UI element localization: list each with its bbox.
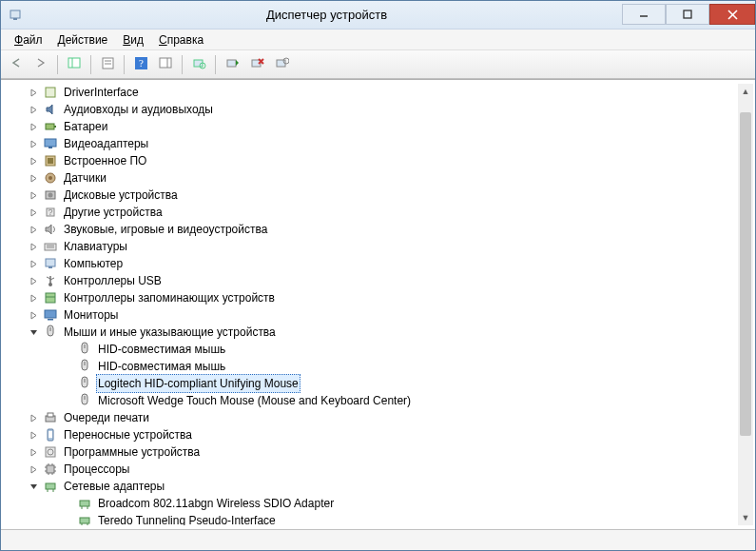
minimize-button[interactable] [622,4,666,25]
sensor-icon [43,170,58,186]
collapse-toggle-icon[interactable] [28,326,39,338]
tree-item[interactable]: Переносные устройства [5,426,738,443]
tree-item[interactable]: Мыши и иные указывающие устройства [5,324,738,341]
mouse-icon [43,325,58,340]
action-pane-button[interactable] [154,53,177,76]
driver-icon [43,85,58,100]
scan-hardware-button[interactable] [187,53,210,76]
expand-toggle-icon[interactable] [28,172,39,184]
tree-item[interactable]: Broadcom 802.11abgn Wireless SDIO Adapte… [5,495,738,512]
expand-toggle-icon[interactable] [28,104,39,115]
expand-toggle-icon[interactable] [28,412,39,423]
nav-back-button[interactable] [5,53,28,76]
tree-item[interactable]: Аудиовходы и аудиовыходы [5,101,738,118]
svg-rect-39 [46,259,55,266]
tree-item[interactable]: Видеоадаптеры [5,135,738,152]
vertical-scrollbar[interactable]: ▲ ▼ [738,84,753,525]
tree-item-label: Компьютер [62,255,125,272]
device-manager-window: Диспетчер устройств Файл Действие Вид Сп… [0,0,756,551]
help-button[interactable]: ? [129,53,152,76]
tree-item[interactable]: Logitech HID-compliant Unifying Mouse [5,375,738,392]
tree-item[interactable]: Teredo Tunneling Pseudo-Interface [5,512,738,525]
tree-item[interactable]: ?Другие устройства [5,204,738,221]
update-driver-button[interactable] [221,53,243,76]
tree-item[interactable]: Очереди печати [5,409,738,426]
expand-toggle-icon[interactable] [28,138,39,149]
tree-item[interactable]: Встроенное ПО [5,152,738,169]
tree-item[interactable]: Датчики [5,169,738,187]
uninstall-button[interactable] [245,53,268,76]
toolbar-separator [182,55,183,74]
svg-rect-3 [684,10,691,18]
usb-icon [43,273,58,288]
tree-item-label: Контроллеры запоминающих устройств [62,289,277,306]
expand-toggle-icon[interactable] [28,224,39,235]
network-icon [77,513,92,525]
expand-toggle-icon[interactable] [28,309,39,321]
close-button[interactable] [709,4,755,25]
cpu-icon [43,462,58,477]
svg-rect-13 [160,58,171,68]
network-icon [43,479,58,494]
expand-toggle-icon[interactable] [28,155,39,167]
expand-toggle-icon[interactable] [28,446,39,458]
maximize-button[interactable] [666,4,709,25]
monitor-icon [43,307,58,323]
toolbar-separator [90,55,91,74]
menu-help[interactable]: Справка [151,31,211,49]
tree-item[interactable]: Программные устройства [5,443,738,461]
menu-action[interactable]: Действие [50,31,116,49]
svg-rect-25 [54,126,56,128]
tree-item[interactable]: Дисковые устройства [5,187,738,204]
tree-item[interactable]: Процессоры [5,461,738,478]
titlebar: Диспетчер устройств [1,1,755,30]
scroll-up-arrow-icon[interactable]: ▲ [738,84,753,99]
expand-toggle-icon[interactable] [28,429,39,441]
show-hide-tree-button[interactable] [63,53,86,76]
tree-item[interactable]: Компьютер [5,255,738,272]
tree-item-label: Звуковые, игровые и видеоустройства [62,221,269,238]
tree-item-label: HID-совместимая мышь [96,358,227,375]
toolbar-separator [124,55,125,74]
tree-item[interactable]: Контроллеры USB [5,272,738,289]
tree-item-label: DriverInterface [62,84,141,101]
tree-item-label: Датчики [62,169,108,187]
properties-button[interactable] [96,53,119,76]
scan-icon [192,56,206,73]
tree-item[interactable]: HID-совместимая мышь [5,358,738,375]
expand-toggle-icon[interactable] [28,241,39,252]
tree-item[interactable]: Контроллеры запоминающих устройств [5,289,738,306]
tree-item[interactable]: Сетевые адаптеры [5,478,738,495]
disable-button[interactable] [270,53,293,76]
mouse-icon [77,393,92,408]
collapse-toggle-icon[interactable] [28,481,39,492]
expand-toggle-icon[interactable] [28,87,39,98]
nav-forward-button[interactable] [29,53,52,76]
tree-item[interactable]: Microsoft Wedge Touch Mouse (Mouse and K… [5,392,738,409]
svg-rect-27 [48,147,52,148]
properties-icon [101,56,115,73]
tree-item[interactable]: DriverInterface [5,84,738,101]
expand-toggle-icon[interactable] [28,207,39,218]
window-controls [622,5,755,25]
expand-toggle-icon[interactable] [28,292,39,304]
tree-item[interactable]: Батареи [5,118,738,135]
expand-toggle-icon[interactable] [28,275,39,286]
tree-item[interactable]: Звуковые, игровые и видеоустройства [5,221,738,238]
tree-item-label: Программные устройства [62,443,202,461]
tree-area: DriverInterfaceАудиовходы и аудиовыходыБ… [1,79,755,529]
expand-toggle-icon[interactable] [28,258,39,269]
scroll-down-arrow-icon[interactable]: ▼ [738,510,753,525]
svg-text:?: ? [139,57,144,69]
tree-item[interactable]: HID-совместимая мышь [5,341,738,358]
scrollbar-thumb[interactable] [740,112,751,436]
tree-item[interactable]: Клавиатуры [5,238,738,255]
expand-toggle-icon[interactable] [28,189,39,201]
svg-rect-40 [48,266,52,268]
device-tree[interactable]: DriverInterfaceАудиовходы и аудиовыходыБ… [5,84,738,525]
menu-file[interactable]: Файл [7,31,50,49]
expand-toggle-icon[interactable] [28,463,39,475]
expand-toggle-icon[interactable] [28,121,39,132]
menu-view[interactable]: Вид [115,31,151,49]
tree-item[interactable]: Мониторы [5,306,738,324]
